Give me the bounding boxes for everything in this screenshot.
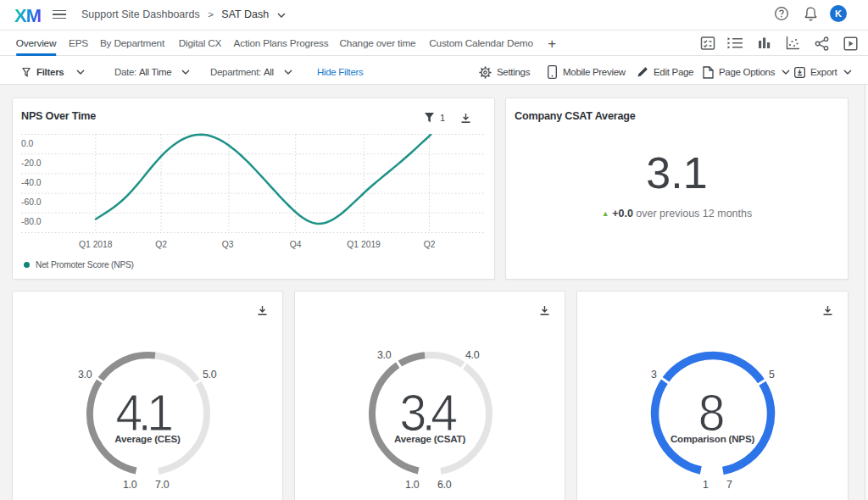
svg-text:Q3: Q3 <box>222 240 234 249</box>
svg-text:Q1 2019: Q1 2019 <box>347 240 381 249</box>
svg-text:-40.0: -40.0 <box>21 178 42 187</box>
svg-text:-80.0: -80.0 <box>21 217 42 226</box>
svg-text:-20.0: -20.0 <box>21 158 42 168</box>
svg-text:Q2: Q2 <box>155 240 167 249</box>
svg-text:0.0: 0.0 <box>21 139 34 148</box>
svg-text:Q1 2018: Q1 2018 <box>79 240 113 249</box>
svg-text:-60.0: -60.0 <box>21 197 42 207</box>
svg-text:Q4: Q4 <box>290 240 302 249</box>
svg-text:Q2: Q2 <box>424 240 436 249</box>
